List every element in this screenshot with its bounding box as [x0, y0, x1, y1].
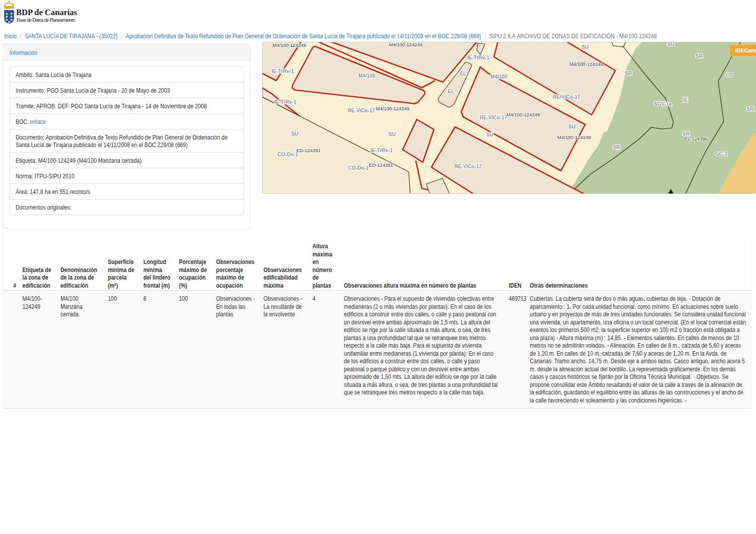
svg-text:RE-ViCo-17: RE-ViCo-17 [480, 115, 508, 120]
svg-text:CO: CO [726, 72, 733, 78]
svg-text:ED-124391: ED-124391 [296, 148, 321, 153]
svg-text:RE-ViCo-17: RE-ViCo-17 [348, 108, 375, 113]
svg-text:M4/100-124249: M4/100-124249 [273, 42, 306, 48]
svg-text:M4/100: M4/100 [490, 74, 508, 80]
svg-text:ED-124391: ED-124391 [369, 162, 393, 168]
svg-text:CO-Do-1: CO-Do-1 [278, 152, 298, 157]
svg-text:SGV-1a: SGV-1a [654, 101, 671, 107]
svg-text:SU: SU [582, 44, 589, 50]
svg-text:SR: SR [746, 106, 754, 112]
svg-text:M4/100-124249: M4/100-124249 [570, 61, 603, 67]
svg-text:SR: SR [696, 53, 703, 59]
svg-text:M4/100-124249: M4/100-124249 [376, 106, 410, 111]
svg-text:IE-TrRv-1: IE-TrRv-1 [272, 69, 294, 74]
svg-text:EL: EL [460, 71, 467, 77]
svg-text:IE-TrRv-1: IE-TrRv-1 [370, 148, 393, 153]
svg-text:SU: SU [291, 131, 298, 137]
svg-text:IE: IE [683, 97, 688, 103]
svg-text:M4/100-124249: M4/100-124249 [389, 42, 423, 47]
svg-text:SU: SU [486, 132, 493, 138]
svg-text:SR: SR [625, 71, 633, 76]
svg-text:EL: EL [448, 89, 455, 94]
svg-text:M4/100: M4/100 [358, 73, 375, 79]
svg-text:RE-ViCo-17: RE-ViCo-17 [553, 94, 581, 100]
svg-text:SR: SR [613, 145, 620, 150]
svg-text:SU: SU [569, 124, 576, 129]
svg-text:IE-TrRv-1: IE-TrRv-1 [467, 55, 489, 60]
svg-text:RE-ViCo-17: RE-ViCo-17 [455, 164, 482, 169]
svg-text:SU: SU [389, 131, 396, 137]
svg-text:GC-1: GC-1 [715, 151, 727, 157]
svg-text:M4/100-124249: M4/100-124249 [557, 135, 591, 140]
svg-text:IE-TrRv-1: IE-TrRv-1 [274, 99, 296, 105]
svg-text:EL-124396: EL-124396 [684, 136, 708, 142]
svg-text:M4/100-124249: M4/100-124249 [507, 112, 540, 117]
svg-text:CO-Do-1: CO-Do-1 [348, 165, 369, 171]
svg-text:SU: SU [667, 42, 674, 47]
